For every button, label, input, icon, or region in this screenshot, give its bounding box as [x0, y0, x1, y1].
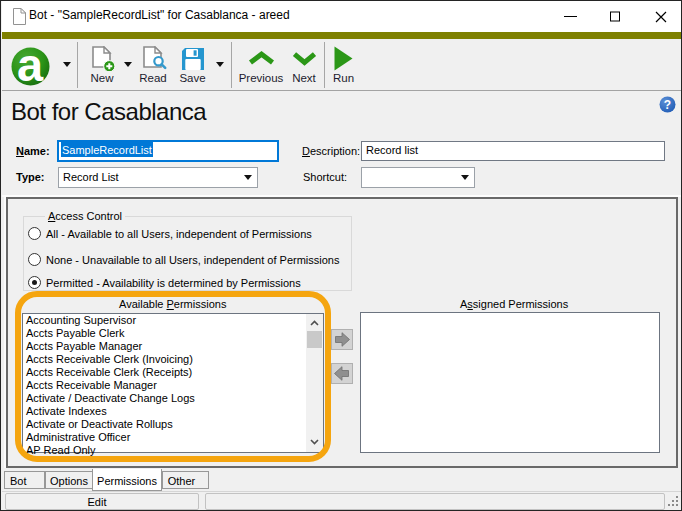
- svg-text:a: a: [17, 47, 44, 86]
- svg-text:?: ?: [664, 98, 671, 112]
